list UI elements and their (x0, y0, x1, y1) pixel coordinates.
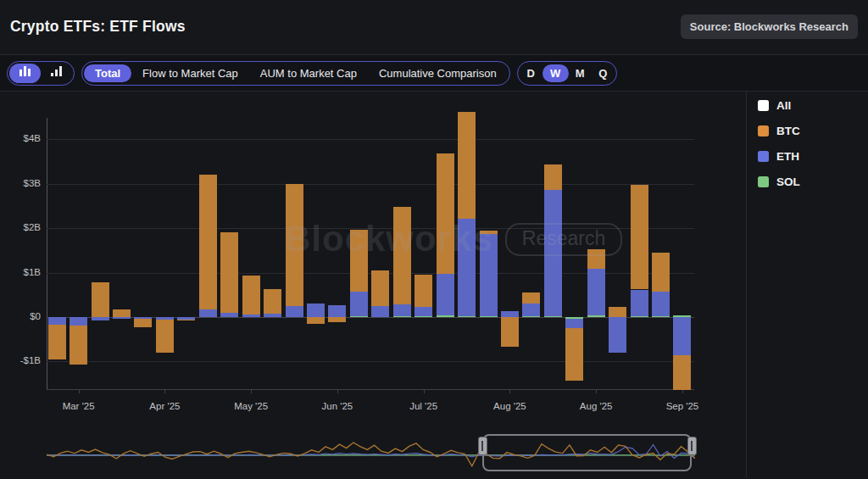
bar-segment-btc[interactable] (70, 326, 87, 365)
bar-segment-sol[interactable] (393, 316, 411, 318)
navigator-selection-window[interactable] (482, 434, 692, 471)
bar-segment-sol[interactable] (458, 316, 476, 318)
period-button-w[interactable]: W (542, 64, 569, 82)
bar-segment-sol[interactable] (652, 316, 670, 318)
bar-segment-eth[interactable] (393, 304, 411, 316)
bar-segment-btc[interactable] (544, 164, 562, 190)
bar-segment-sol[interactable] (631, 316, 648, 318)
bar-segment-eth[interactable] (609, 317, 626, 353)
bar-segment-eth[interactable] (631, 290, 648, 316)
bar-segment-eth[interactable] (48, 317, 66, 325)
bar-segment-sol[interactable] (480, 316, 498, 318)
bar-segment-sol[interactable] (350, 316, 368, 318)
bar-segment-btc[interactable] (631, 185, 648, 289)
bar-segment-eth[interactable] (673, 317, 691, 355)
view-tab-cumulative-comparison[interactable]: Cumulative Comparison (368, 64, 508, 82)
bar-segment-eth[interactable] (264, 314, 281, 317)
bar-segment-sol[interactable] (437, 315, 454, 317)
x-tick-label-7: Sep '25 (655, 401, 709, 411)
bar-segment-eth[interactable] (286, 306, 303, 317)
x-tick-label-6: Aug '25 (569, 401, 623, 411)
bar-segment-btc[interactable] (652, 253, 670, 292)
bar-segment-btc[interactable] (92, 282, 109, 317)
bar-segment-eth[interactable] (307, 304, 325, 317)
stacked-columns-button[interactable] (9, 64, 41, 83)
bar-segment-btc[interactable] (393, 207, 411, 304)
bar-segment-btc[interactable] (522, 292, 540, 304)
navigator-left-handle[interactable] (478, 437, 487, 455)
bar-segment-eth[interactable] (501, 311, 519, 317)
bar-segment-btc[interactable] (458, 112, 476, 219)
bar-segment-eth[interactable] (70, 317, 87, 326)
bar-segment-eth[interactable] (92, 317, 109, 320)
chart-type-group (7, 61, 75, 86)
y-tick-label-4b: $4B (0, 133, 41, 143)
bar-segment-btc[interactable] (177, 320, 195, 321)
bar-segment-btc[interactable] (286, 184, 303, 306)
ascending-columns-button[interactable] (41, 64, 72, 83)
x-tick-label-4: Jul '25 (397, 401, 451, 411)
legend-item-all[interactable]: All (758, 97, 800, 114)
legend-item-eth[interactable]: ETH (758, 148, 800, 164)
bar-segment-btc[interactable] (328, 317, 346, 322)
period-button-d[interactable]: D (520, 64, 542, 82)
bar-segment-btc[interactable] (199, 175, 217, 309)
view-tab-flow-to-market-cap[interactable]: Flow to Market Cap (131, 64, 249, 82)
chart-region: Blockworks Research $4B$3B$2B$1B$0-$1BMa… (0, 92, 746, 478)
x-tick-label-1: Apr '25 (137, 401, 192, 411)
bar-segment-btc[interactable] (415, 275, 432, 307)
bar-segment-eth[interactable] (565, 319, 583, 327)
bar-segment-btc[interactable] (609, 307, 626, 317)
bar-segment-eth[interactable] (220, 313, 238, 317)
toolbar: TotalFlow to Market CapAUM to Market Cap… (0, 55, 868, 92)
bar-segment-btc[interactable] (371, 270, 389, 306)
bar-segment-sol[interactable] (415, 316, 432, 318)
bar-segment-btc[interactable] (156, 320, 174, 353)
bar-segment-btc[interactable] (242, 276, 260, 315)
bar-segment-btc[interactable] (220, 232, 238, 312)
legend-item-sol[interactable]: SOL (758, 173, 800, 190)
x-tick-mark (509, 390, 510, 393)
x-tick-label-0: Mar '25 (52, 401, 106, 411)
bar-segment-sol[interactable] (587, 315, 605, 317)
bar-segment-eth[interactable] (242, 315, 260, 317)
bar-segment-btc[interactable] (480, 231, 498, 234)
y-tick-label-1b: $1B (0, 267, 41, 277)
bar-segment-eth[interactable] (437, 274, 454, 316)
bar-segment-eth[interactable] (480, 234, 498, 316)
bar-segment-btc[interactable] (565, 328, 583, 382)
period-button-m[interactable]: M (569, 64, 592, 82)
view-tab-aum-to-market-cap[interactable]: AUM to Market Cap (249, 64, 368, 82)
bar-segment-btc[interactable] (437, 153, 454, 273)
bar-segment-eth[interactable] (652, 292, 670, 316)
bar-segment-eth[interactable] (544, 190, 562, 316)
view-tab-total[interactable]: Total (84, 64, 131, 82)
bar-segment-eth[interactable] (113, 317, 131, 319)
x-tick-mark (596, 390, 597, 393)
bar-segment-eth[interactable] (199, 309, 217, 317)
bar-segment-btc[interactable] (673, 355, 691, 391)
bar-segment-eth[interactable] (328, 305, 346, 317)
navigator-right-handle[interactable] (687, 437, 697, 455)
bar-segment-btc[interactable] (134, 319, 152, 327)
legend-label-eth: ETH (776, 150, 799, 163)
bar-segment-btc[interactable] (307, 317, 325, 324)
bar-segment-btc[interactable] (587, 249, 605, 270)
bar-segment-btc[interactable] (501, 317, 519, 347)
bar-segment-btc[interactable] (350, 230, 368, 292)
bar-segment-eth[interactable] (350, 292, 368, 316)
bar-segment-eth[interactable] (371, 306, 389, 317)
gridline-4b (47, 139, 694, 140)
bar-segment-eth[interactable] (415, 307, 432, 315)
bar-segment-sol[interactable] (522, 316, 540, 318)
bar-segment-btc[interactable] (48, 325, 66, 359)
bar-segment-btc[interactable] (264, 289, 281, 314)
bar-segment-sol[interactable] (544, 316, 562, 318)
legend-swatch-btc (758, 125, 769, 136)
bar-segment-btc[interactable] (113, 309, 131, 317)
bar-segment-eth[interactable] (587, 269, 605, 315)
bar-segment-eth[interactable] (522, 304, 540, 316)
bar-segment-eth[interactable] (458, 219, 476, 316)
period-button-q[interactable]: Q (592, 64, 615, 82)
legend-item-btc[interactable]: BTC (758, 122, 800, 139)
